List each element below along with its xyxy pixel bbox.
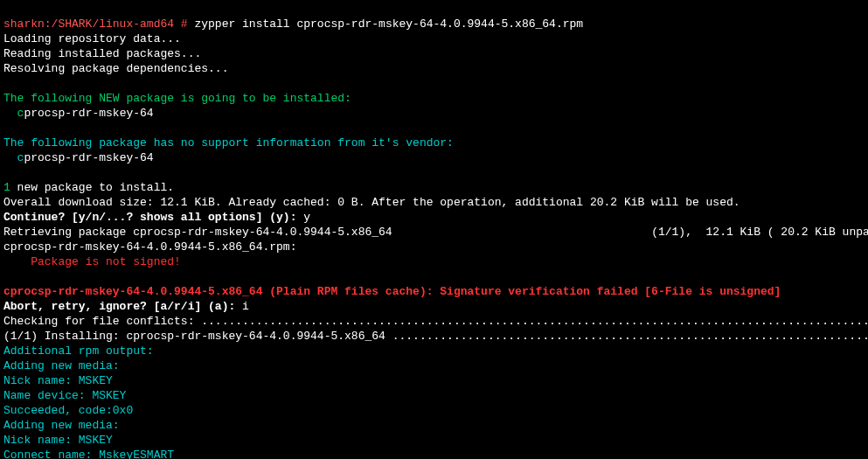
pkg-indent xyxy=(3,107,17,120)
count-one: 1 xyxy=(3,181,10,194)
pkg-indent xyxy=(3,151,17,164)
succeeded-line: Succeeded, code:0x0 xyxy=(3,404,133,417)
shell-prompt: sharkn:/SHARK/linux-amd64 # xyxy=(3,17,188,31)
check-conflicts-line: Checking for file conflicts: ...........… xyxy=(3,315,868,328)
connect-name-line: Connect name: MskeyESMART xyxy=(3,449,174,459)
count-rest: new package to install. xyxy=(10,181,174,194)
line-loading: Loading repository data... xyxy=(3,32,181,45)
abort-prompt: Abort, retry, ignore? [a/r/i] (a): xyxy=(3,300,242,313)
continue-prompt: Continue? [y/n/...? shows all options] (… xyxy=(3,211,303,224)
pkg-name-rest: procsp-rdr-mskey-64 xyxy=(24,151,153,164)
not-signed-indent xyxy=(3,255,31,268)
new-pkg-header: The following NEW package is going to be… xyxy=(3,92,351,105)
installing-line: (1/1) Installing: cprocsp-rdr-mskey-64-4… xyxy=(3,330,868,343)
nick-name-line: Nick name: MSKEY xyxy=(3,434,113,447)
overall-size: Overall download size: 12.1 KiB. Already… xyxy=(3,196,740,209)
continue-answer: y xyxy=(303,211,310,224)
nick-name-line: Nick name: MSKEY xyxy=(3,374,113,387)
line-resolving: Resolving package dependencies... xyxy=(3,62,228,75)
additional-output-header: Additional rpm output: xyxy=(3,344,154,358)
nosupport-header: The following package has no support inf… xyxy=(3,136,454,150)
name-device-line: Name device: MSKEY xyxy=(3,389,126,402)
add-media-line: Adding new media: xyxy=(3,359,120,372)
retrieve-line: Retrieving package cprocsp-rdr-mskey-64-… xyxy=(3,226,868,239)
abort-answer: i xyxy=(242,300,249,313)
pkg-name-rest: procsp-rdr-mskey-64 xyxy=(24,107,153,120)
not-signed-warning: Package is not signed! xyxy=(31,255,181,268)
shell-command: zypper install cprocsp-rdr-mskey-64-4.0.… xyxy=(188,17,583,31)
add-media-line: Adding new media: xyxy=(3,419,120,432)
line-reading: Reading installed packages... xyxy=(3,47,201,60)
rpm-name-line: cprocsp-rdr-mskey-64-4.0.9944-5.x86_64.r… xyxy=(3,240,296,254)
terminal-output[interactable]: sharkn:/SHARK/linux-amd64 # zypper insta… xyxy=(0,0,868,459)
signature-fail-line: cprocsp-rdr-mskey-64-4.0.9944-5.x86_64 (… xyxy=(3,285,781,298)
